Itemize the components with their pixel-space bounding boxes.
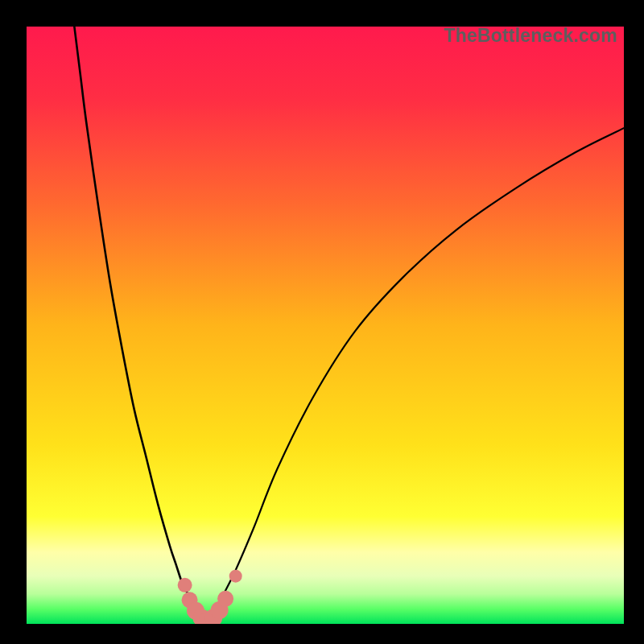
optimal-marker bbox=[229, 570, 242, 583]
chart-frame: TheBottleneck.com bbox=[0, 0, 644, 644]
curve-left-curve bbox=[74, 27, 205, 624]
optimal-marker bbox=[217, 591, 233, 607]
curve-layer bbox=[27, 27, 624, 624]
plot-area: TheBottleneck.com bbox=[27, 27, 624, 624]
watermark-text: TheBottleneck.com bbox=[444, 27, 617, 47]
curve-right-curve bbox=[206, 128, 624, 624]
optimal-marker bbox=[178, 578, 192, 592]
